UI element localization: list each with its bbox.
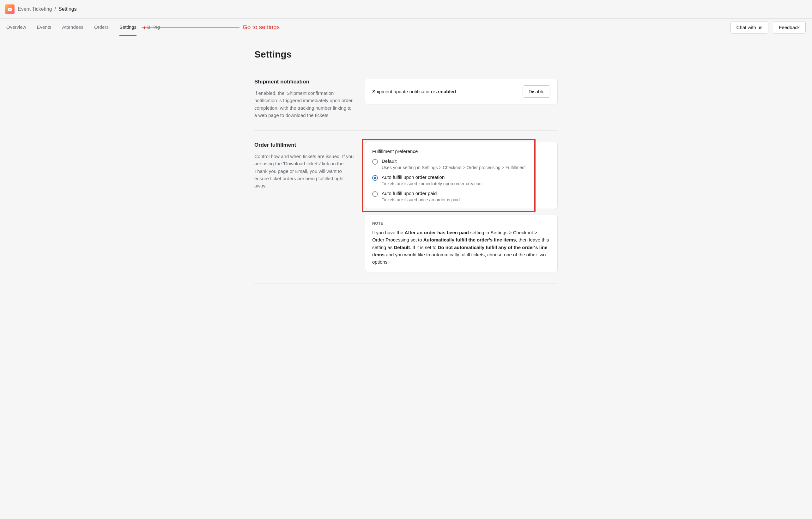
shipment-disable-button[interactable]: Disable bbox=[523, 85, 550, 98]
shipment-title: Shipment notification bbox=[254, 79, 355, 85]
note-text: If you have the After an order has been … bbox=[372, 229, 550, 266]
note-bold: Automatically fulfill the order's line i… bbox=[424, 237, 516, 242]
tab-attendees[interactable]: Attendees bbox=[62, 19, 83, 36]
fulfillment-title: Order fulfillment bbox=[254, 142, 355, 148]
radio-auto-paid-label: Auto fulfill upon order paid bbox=[382, 191, 460, 196]
section-divider bbox=[254, 130, 558, 131]
section-fulfillment-left: Order fulfillment Control how and when t… bbox=[254, 142, 355, 272]
shipment-status: Shipment update notification is enabled. bbox=[372, 89, 457, 94]
note-span: . If it is set to bbox=[410, 245, 438, 250]
fulfillment-card-title: Fulfillment preference bbox=[372, 148, 550, 154]
section-fulfillment: Order fulfillment Control how and when t… bbox=[254, 134, 558, 280]
tab-orders[interactable]: Orders bbox=[94, 19, 109, 36]
radio-default-label: Default bbox=[382, 158, 526, 164]
shipment-status-suffix: . bbox=[456, 89, 457, 94]
fulfillment-note-card: NOTE If you have the After an order has … bbox=[365, 215, 558, 272]
breadcrumb: Event Ticketing / Settings bbox=[18, 6, 77, 12]
section-shipment-left: Shipment notification If enabled, the 'S… bbox=[254, 79, 355, 119]
radio-dot-icon bbox=[372, 191, 378, 197]
section-shipment: Shipment notification If enabled, the 'S… bbox=[254, 71, 558, 127]
breadcrumb-page: Settings bbox=[58, 6, 77, 12]
tab-settings[interactable]: Settings bbox=[119, 19, 137, 36]
fulfillment-card: Fulfillment preference Default Uses your… bbox=[365, 142, 558, 209]
breadcrumb-app[interactable]: Event Ticketing bbox=[18, 6, 52, 12]
radio-default[interactable]: Default Uses your setting in Settings > … bbox=[372, 158, 550, 170]
note-span: If you have the bbox=[372, 230, 405, 235]
note-bold: Default bbox=[394, 245, 410, 250]
radio-auto-create-desc: Tickets are issued immediately upon orde… bbox=[382, 181, 482, 186]
shipment-card: Shipment update notification is enabled.… bbox=[365, 79, 558, 104]
fulfillment-desc: Control how and when tickets are issued.… bbox=[254, 153, 355, 189]
tabs-actions: Chat with us Feedback bbox=[730, 21, 806, 33]
note-label: NOTE bbox=[372, 221, 550, 226]
page-root: 🎟 Event Ticketing / Settings Overview Ev… bbox=[0, 0, 812, 307]
shipment-desc: If enabled, the 'Shipment confirmation' … bbox=[254, 89, 355, 119]
section-divider bbox=[254, 283, 558, 284]
chat-button[interactable]: Chat with us bbox=[730, 21, 769, 33]
tabs-bar: Overview Events Attendees Orders Setting… bbox=[0, 19, 812, 36]
radio-auto-on-create[interactable]: Auto fulfill upon order creation Tickets… bbox=[372, 174, 550, 186]
page-title: Settings bbox=[254, 49, 558, 60]
breadcrumb-separator: / bbox=[55, 6, 56, 12]
feedback-button[interactable]: Feedback bbox=[773, 21, 806, 33]
tab-events[interactable]: Events bbox=[37, 19, 52, 36]
app-icon: 🎟 bbox=[5, 4, 14, 14]
fulfillment-radio-group: Default Uses your setting in Settings > … bbox=[372, 158, 550, 202]
radio-auto-paid-desc: Tickets are issued once an order is paid bbox=[382, 197, 460, 202]
shipment-status-prefix: Shipment update notification is bbox=[372, 89, 438, 94]
main-content: Settings Shipment notification If enable… bbox=[248, 36, 564, 307]
radio-dot-icon bbox=[372, 175, 378, 181]
radio-default-desc: Uses your setting in Settings > Checkout… bbox=[382, 165, 526, 170]
radio-auto-on-paid[interactable]: Auto fulfill upon order paid Tickets are… bbox=[372, 191, 550, 202]
topbar: 🎟 Event Ticketing / Settings bbox=[0, 0, 812, 19]
note-span: and you would like to automatically fulf… bbox=[372, 252, 546, 265]
tab-billing[interactable]: Billing bbox=[147, 19, 160, 36]
shipment-status-value: enabled bbox=[438, 89, 456, 94]
radio-auto-create-label: Auto fulfill upon order creation bbox=[382, 174, 482, 180]
tabs-list: Overview Events Attendees Orders Setting… bbox=[6, 19, 160, 36]
tab-overview[interactable]: Overview bbox=[6, 19, 26, 36]
radio-dot-icon bbox=[372, 159, 378, 165]
note-bold: After an order has been paid bbox=[405, 230, 469, 235]
